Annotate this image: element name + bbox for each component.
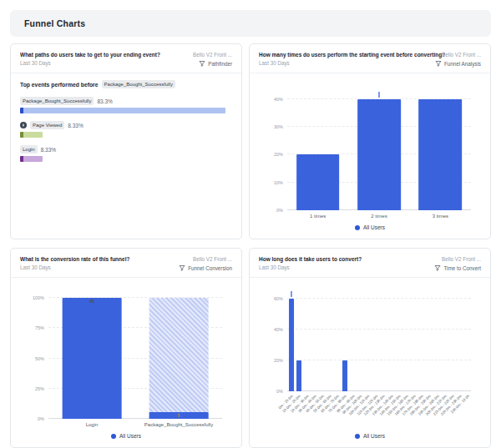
y-axis-tick-label: 60% — [274, 296, 283, 301]
card-type: Funnel Conversion — [179, 264, 232, 271]
event-percentage: 8.33% — [41, 147, 56, 153]
conversion-rate-chart: 0%25%50%75%100%455 LoginPackage_Bought_S… — [20, 278, 232, 442]
y-axis-tick-label: 75% — [35, 325, 44, 330]
card-header: What is the conversion rate of this funn… — [20, 256, 232, 271]
y-axis-tick-label: 0% — [38, 416, 44, 421]
y-axis-tick-label: 40% — [274, 327, 283, 332]
y-axis-tick-label: 50% — [35, 356, 44, 361]
x-axis-labels: 1 times2 times3 times — [287, 210, 471, 221]
pathfinder-body: Top events performed before Package_Boug… — [20, 73, 232, 169]
pathfinder-icon — [199, 60, 205, 67]
y-axis-tick-label: 100% — [33, 295, 44, 300]
card-date-range[interactable]: Last 30 Days — [20, 60, 160, 66]
pathfinder-row[interactable]: Package_Bought_Successfully 83.3% — [20, 97, 232, 113]
legend-label: All Users — [119, 433, 141, 439]
bar[interactable] — [63, 298, 122, 419]
card-type: Pathfinder — [193, 60, 232, 67]
funnel-icon — [434, 264, 441, 271]
bar[interactable] — [418, 99, 462, 210]
page-title: Funnel Charts — [24, 18, 477, 28]
chart-legend[interactable]: All Users — [259, 430, 481, 442]
ending-event-tag[interactable]: Package_Bought_Successfully — [102, 80, 175, 88]
chart-legend[interactable]: All Users — [259, 221, 481, 234]
card-source[interactable]: Bello V2 Front ... — [193, 52, 232, 58]
card-type-label: Funnel Analysis — [444, 61, 481, 67]
legend-dot — [111, 434, 116, 439]
hover-marker — [291, 291, 292, 297]
bar[interactable] — [296, 154, 340, 210]
card-title[interactable]: What paths do users take to get to your … — [20, 52, 160, 58]
legend-label: All Users — [363, 433, 385, 439]
grid-line — [287, 329, 471, 330]
x-axis-label: Login — [86, 422, 99, 427]
card-source[interactable]: Bello V2 Front ... — [435, 52, 481, 58]
bar[interactable] — [357, 99, 401, 210]
bar-segment-light — [23, 108, 225, 113]
x-axis-label: Package_Bought_Successfully — [144, 422, 213, 427]
event-tag[interactable]: Login — [20, 145, 38, 154]
chart-plot-area[interactable]: 0%20%40%60% — [287, 289, 471, 391]
x-axis-labels: LoginPackage_Bought_Successfully — [48, 419, 222, 430]
chart-plot-area[interactable]: 0%25%50%75%100%455 — [48, 289, 222, 419]
cards-grid: What paths do users take to get to your … — [10, 43, 491, 448]
x-axis-label: 2 times — [371, 214, 387, 219]
card-date-range[interactable]: Last 30 Days — [20, 264, 129, 270]
card-funnel-conversion[interactable]: What is the conversion rate of this funn… — [10, 248, 242, 448]
card-date-range[interactable]: Last 30 Days — [259, 60, 430, 66]
card-title[interactable]: How long does it take users to convert? — [259, 256, 362, 262]
y-axis-tick-label: 20% — [274, 152, 283, 157]
pathfinder-section-title: Top events performed before — [20, 82, 99, 88]
bar[interactable] — [342, 360, 347, 391]
card-time-to-convert[interactable]: How long does it take users to convert? … — [249, 248, 491, 448]
y-axis-tick-label: 0% — [276, 208, 283, 213]
y-axis-tick-label: 30% — [274, 124, 283, 129]
card-header: How many times do users perform the star… — [259, 52, 481, 67]
card-source[interactable]: Bello V2 Front ... — [179, 256, 232, 262]
card-date-range[interactable]: Last 30 Days — [259, 264, 362, 270]
grid-line — [287, 360, 471, 360]
bar[interactable] — [296, 360, 301, 391]
bar-value-label: 45 — [89, 299, 94, 304]
event-tag[interactable]: Package_Bought_Successfully — [20, 97, 94, 105]
y-axis-tick-label: 20% — [274, 358, 283, 363]
event-bar[interactable] — [20, 156, 43, 162]
card-type: Time to Convert — [434, 264, 481, 271]
times-before-converting-chart: 0%10%20%30%40% 1 times2 times3 times All… — [259, 73, 481, 234]
event-tag[interactable]: Page Viewed — [30, 121, 64, 129]
card-pathfinder[interactable]: What paths do users take to get to your … — [10, 43, 242, 239]
funnel-icon — [179, 264, 185, 271]
funnel-icon — [435, 60, 442, 67]
pathfinder-row[interactable]: Login 8.33% — [20, 145, 232, 162]
card-funnel-analysis[interactable]: How many times do users perform the star… — [249, 43, 491, 239]
time-to-convert-chart: 0%20%40%60% 0m - 1h 0m1h 0m - 2h 0m2h 0m… — [259, 278, 481, 442]
legend-dot — [355, 225, 360, 230]
card-type-label: Funnel Conversion — [188, 265, 232, 271]
card-type-label: Pathfinder — [208, 61, 232, 67]
card-source[interactable]: Bello V2 Front ... — [434, 256, 481, 262]
hatched-bar[interactable] — [149, 298, 209, 419]
y-axis-tick-label: 40% — [274, 97, 283, 102]
y-axis-tick-label: 0% — [276, 389, 283, 394]
page-header: Funnel Charts — [10, 10, 491, 37]
chart-legend[interactable]: All Users — [20, 430, 232, 442]
legend-dot — [355, 434, 360, 439]
event-percentage: 83.3% — [97, 98, 112, 104]
x-axis-label: 1 times — [310, 214, 326, 219]
card-header: What paths do users take to get to your … — [20, 52, 232, 67]
event-percentage: 8.33% — [68, 123, 83, 128]
y-axis-tick-label: 25% — [35, 386, 44, 391]
card-title[interactable]: How many times do users perform the star… — [259, 52, 430, 58]
event-bar[interactable] — [20, 132, 43, 138]
event-bar[interactable] — [20, 108, 225, 113]
chart-plot-area[interactable]: 0%10%20%30%40% — [287, 85, 471, 210]
card-type-label: Time to Convert — [443, 265, 481, 271]
pathfinder-row[interactable]: Page Viewed 8.33% — [20, 121, 232, 138]
card-type: Funnel Analysis — [435, 60, 481, 67]
grid-line — [287, 298, 471, 299]
bar[interactable] — [289, 299, 294, 391]
card-title[interactable]: What is the conversion rate of this funn… — [20, 256, 129, 262]
x-axis-label: 3 times — [433, 214, 448, 219]
hover-marker — [378, 92, 380, 98]
bar-segment-light — [23, 132, 43, 138]
x-axis-labels: 0m - 1h 0m1h 0m - 2h 0m2h 0m - 3h 0m3h 0… — [287, 391, 471, 430]
